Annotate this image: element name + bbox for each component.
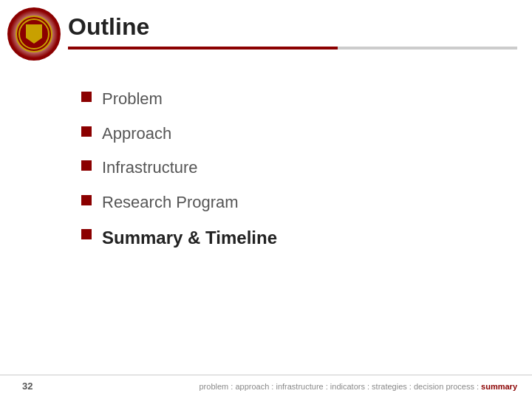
bullet-item: Summary & Timeline	[81, 226, 502, 249]
slide-footer: 32 problem : approach : infrastructure :…	[22, 381, 517, 392]
breadcrumb-separator: :	[365, 382, 372, 391]
breadcrumb: problem : approach : infrastructure : in…	[200, 382, 518, 391]
bullet-text-1: Approach	[102, 123, 171, 145]
bullet-item: Infrastructure	[81, 157, 502, 179]
bullet-item: Approach	[81, 123, 502, 145]
breadcrumb-item-summary: summary	[481, 382, 517, 391]
page-number: 32	[22, 381, 33, 392]
slide: Outline ProblemApproachInfrastructureRes…	[0, 0, 532, 399]
bullet-square-icon	[81, 160, 92, 171]
bullet-item: Problem	[81, 89, 502, 110]
breadcrumb-item-strategies: strategies	[372, 382, 407, 391]
title-divider	[68, 47, 517, 50]
breadcrumb-item-decision-process: decision process	[414, 382, 474, 391]
bullet-square-icon	[81, 92, 92, 102]
university-logo	[7, 7, 61, 61]
breadcrumb-item-problem: problem	[200, 382, 229, 391]
bullet-square-icon	[81, 229, 92, 239]
breadcrumb-item-indicators: indicators	[330, 382, 365, 391]
slide-header: Outline	[68, 13, 517, 50]
breadcrumb-item-approach: approach	[235, 382, 269, 391]
bullet-list: ProblemApproachInfrastructureResearch Pr…	[81, 89, 502, 263]
bullet-text-0: Problem	[102, 89, 163, 110]
breadcrumb-separator: :	[324, 382, 330, 391]
bullet-square-icon	[81, 126, 92, 137]
breadcrumb-separator: :	[474, 382, 481, 391]
bullet-text-2: Infrastructure	[102, 157, 198, 179]
bullet-text-4: Summary & Timeline	[102, 226, 277, 249]
bullet-square-icon	[81, 195, 92, 205]
footer-divider	[0, 375, 532, 375]
bullet-item: Research Program	[81, 192, 502, 214]
breadcrumb-item-infrastructure: infrastructure	[276, 382, 323, 391]
breadcrumb-separator: :	[407, 382, 414, 391]
bullet-text-3: Research Program	[102, 192, 239, 214]
slide-title: Outline	[68, 13, 517, 41]
